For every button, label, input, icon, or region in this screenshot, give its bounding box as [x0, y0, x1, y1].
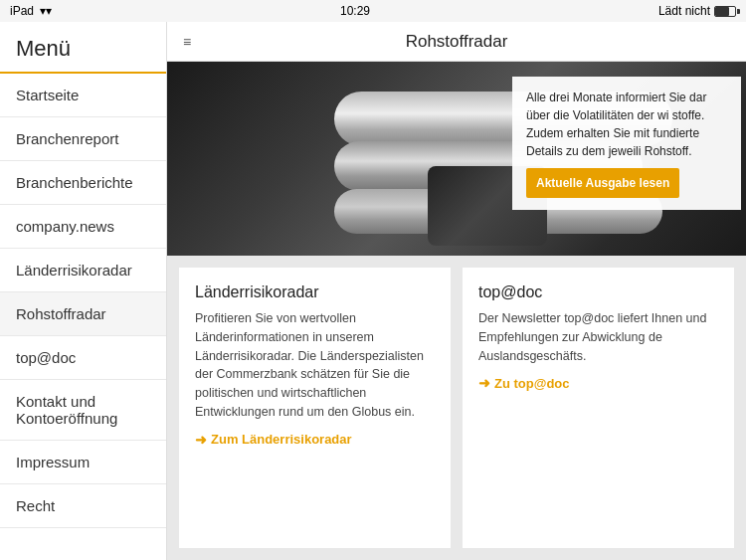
card-title-laenderrisikoradar: Länderrisikoradar [195, 283, 435, 301]
cards-section: Länderrisikoradar Profitieren Sie von we… [167, 256, 746, 560]
hero-section: Alle drei Monate informiert Sie dar über… [167, 62, 746, 256]
sidebar-title: Menü [0, 22, 166, 74]
card-title-top-doc: top@doc [478, 283, 718, 301]
card-link-laenderrisikoradar[interactable]: ➜ Zum Länderrisikoradar [195, 432, 435, 448]
hamburger-icon[interactable]: ≡ [183, 34, 192, 50]
sidebar-item-kontakt[interactable]: Kontakt und Kontoeröffnung [0, 380, 166, 441]
card-link-label-laenderrisikoradar: Zum Länderrisikoradar [211, 432, 352, 447]
sidebar-item-branchenreport[interactable]: Branchenreport [0, 117, 166, 161]
sidebar-item-laenderrisikoradar[interactable]: Länderrisikoradar [0, 249, 166, 292]
sidebar-item-recht[interactable]: Recht [0, 484, 166, 528]
app-container: Menü Startseite Branchenreport Branchenb… [0, 22, 746, 560]
wifi-icon: ▾▾ [40, 4, 52, 18]
hero-overlay: Alle drei Monate informiert Sie dar über… [512, 77, 741, 210]
hero-button[interactable]: Aktuelle Ausgabe lesen [526, 168, 679, 198]
top-bar-title: Rohstoffradar [406, 32, 508, 52]
sidebar-item-company-news[interactable]: company.news [0, 205, 166, 249]
card-link-label-top-doc: Zu top@doc [494, 376, 570, 391]
status-left: iPad ▾▾ [10, 4, 52, 18]
sidebar: Menü Startseite Branchenreport Branchenb… [0, 22, 167, 560]
sidebar-item-startseite[interactable]: Startseite [0, 74, 166, 117]
status-time: 10:29 [340, 4, 370, 18]
card-text-top-doc: Der Newsletter top@doc liefert Ihnen und… [478, 309, 718, 365]
sidebar-item-top-doc[interactable]: top@doc [0, 336, 166, 380]
card-link-top-doc[interactable]: ➜ Zu top@doc [478, 375, 718, 391]
top-doc-card: top@doc Der Newsletter top@doc liefert I… [463, 268, 734, 548]
laenderrisikoradar-card: Länderrisikoradar Profitieren Sie von we… [179, 268, 451, 548]
status-right: Lädt nicht [658, 4, 736, 18]
status-bar: iPad ▾▾ 10:29 Lädt nicht [0, 0, 746, 22]
loading-label: Lädt nicht [658, 4, 710, 18]
arrow-icon: ➜ [195, 432, 207, 448]
battery-icon [714, 6, 736, 17]
content-area: ≡ Rohstoffradar Alle drei Monate informi… [167, 22, 746, 560]
card-text-laenderrisikoradar: Profitieren Sie von wertvollen Länderinf… [195, 309, 435, 422]
top-bar: ≡ Rohstoffradar [167, 22, 746, 62]
arrow-icon-2: ➜ [478, 375, 490, 391]
sidebar-item-rohstoffradar[interactable]: Rohstoffradar [0, 292, 166, 336]
sidebar-item-impressum[interactable]: Impressum [0, 441, 166, 484]
hero-overlay-text: Alle drei Monate informiert Sie dar über… [526, 89, 727, 160]
sidebar-item-branchenberichte[interactable]: Branchenberichte [0, 161, 166, 205]
ipad-label: iPad [10, 4, 34, 18]
